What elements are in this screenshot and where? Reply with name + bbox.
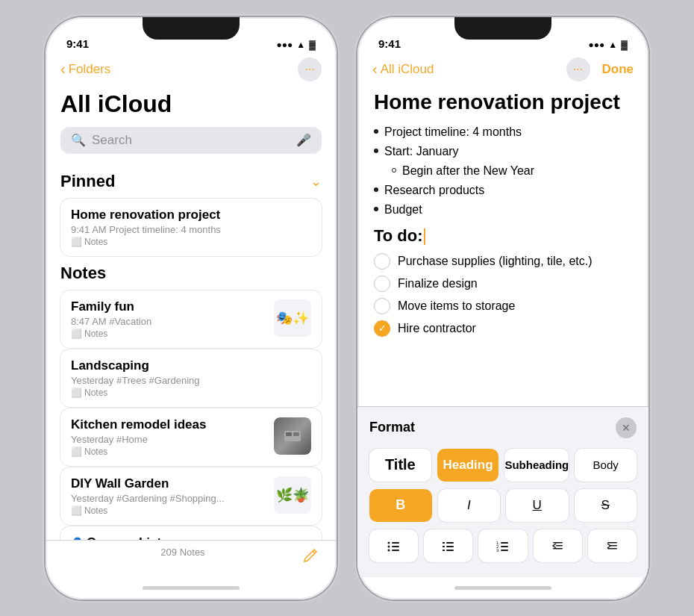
note-thumbnail: 🎭✨ [274, 299, 311, 337]
format-body-button[interactable]: Body [575, 449, 637, 482]
todo-item[interactable]: Move items to storage [374, 298, 632, 314]
pinned-section-header: Pinned ⌄ [60, 166, 322, 199]
more-icon: ··· [304, 63, 314, 76]
list-item[interactable]: 👤 Grocery List Yesterday #Grocery ⬜ Note… [60, 526, 322, 540]
folder-name: Notes [84, 237, 107, 247]
list-item[interactable]: Landscaping Yesterday #Trees #Gardening … [60, 349, 322, 407]
left-phone: 9:41 ●●● ▲ ▓ ‹ Folders ··· All iCloud 🔍 … [46, 17, 337, 600]
back-chevron-icon: ‹ [60, 60, 66, 78]
bullet-list: Project timeline: 4 months Start: Januar… [374, 123, 632, 219]
format-indent-increase-button[interactable] [588, 529, 637, 562]
search-input[interactable]: Search [92, 133, 290, 148]
todo-text: Move items to storage [398, 299, 515, 313]
todo-checkbox[interactable] [374, 276, 390, 292]
svg-rect-20 [501, 550, 508, 551]
done-button[interactable]: Done [602, 62, 634, 77]
note-title: Kitchen remodel ideas [71, 417, 266, 432]
format-numbered-list-button[interactable]: 1. 2. 3. [478, 529, 527, 562]
note-body: Project timeline: 4 months Start: Januar… [357, 123, 648, 406]
compose-button[interactable] [302, 547, 319, 567]
bullet-text: Research products [384, 181, 484, 199]
format-italic-button[interactable]: I [438, 489, 501, 522]
format-header: Format ✕ [369, 417, 637, 438]
more-options-button[interactable]: ··· [298, 57, 322, 81]
style-format-row: Title Heading Subheading Body [369, 449, 637, 482]
svg-rect-2 [293, 432, 299, 436]
note-info: Kitchen remodel ideas Yesterday #Home ⬜ … [71, 417, 266, 457]
todo-item[interactable]: ✓ Hire contractor [374, 320, 632, 337]
bottom-bar-left: 209 Notes [46, 540, 337, 577]
note-info: DIY Wall Garden Yesterday #Gardening #Sh… [71, 476, 266, 516]
more-options-button-right[interactable]: ··· [566, 57, 590, 81]
svg-rect-16 [501, 542, 508, 544]
svg-rect-21 [553, 542, 563, 544]
wifi-icon: ▲ [296, 40, 305, 50]
svg-text:3.: 3. [496, 548, 500, 553]
folder-icon: ⬜ [71, 237, 82, 247]
format-indent-decrease-button[interactable] [534, 529, 582, 562]
list-item[interactable]: DIY Wall Garden Yesterday #Gardening #Sh… [60, 467, 322, 525]
note-thumbnail [274, 417, 311, 455]
format-title-button[interactable]: Title [369, 449, 431, 482]
note-title: Home renovation project [71, 208, 311, 223]
svg-rect-24 [607, 542, 617, 544]
microphone-icon[interactable]: 🎤 [296, 133, 311, 147]
notes-count: 209 Notes [63, 547, 302, 558]
dash-list-icon [441, 538, 456, 553]
note-title: DIY Wall Garden [71, 476, 266, 491]
folders-back-button[interactable]: ‹ Folders [60, 60, 110, 78]
folder-icon: ⬜ [71, 329, 82, 339]
left-nav: ‹ Folders ··· [46, 55, 337, 87]
all-icloud-back-button[interactable]: ‹ All iCloud [372, 60, 434, 78]
svg-rect-1 [286, 432, 292, 436]
note-folder: ⬜ Notes [71, 505, 266, 516]
todo-checkbox-checked[interactable]: ✓ [374, 320, 390, 337]
note-meta: Yesterday #Gardening #Shopping... [71, 493, 266, 504]
list-item[interactable]: Family fun 8:47 AM #Vacation ⬜ Notes 🎭✨ [60, 290, 322, 348]
note-thumbnail: 🌿🪴 [274, 476, 311, 514]
search-bar[interactable]: 🔍 Search 🎤 [60, 127, 322, 154]
format-heading-button[interactable]: Heading [437, 449, 499, 482]
format-underline-button[interactable]: U [506, 489, 569, 522]
svg-rect-8 [392, 550, 399, 551]
home-indicator-left [46, 577, 337, 600]
format-subheading-button[interactable]: Subheading [504, 449, 569, 482]
svg-point-3 [387, 541, 390, 544]
svg-rect-4 [392, 542, 399, 544]
svg-point-7 [387, 549, 390, 551]
format-strikethrough-button[interactable]: S [575, 489, 637, 522]
todo-item[interactable]: Finalize design [374, 276, 632, 292]
home-bar [143, 586, 240, 590]
svg-rect-11 [443, 546, 445, 547]
note-info: Landscaping Yesterday #Trees #Gardening … [71, 358, 311, 398]
home-bar-right [454, 586, 551, 590]
wifi-icon-right: ▲ [608, 40, 617, 50]
svg-rect-6 [392, 546, 399, 547]
indent-increase-icon [604, 538, 619, 553]
note-meta: 9:41 AM Project timeline: 4 months [71, 224, 311, 235]
bullet-text: Budget [384, 201, 422, 219]
todo-checkbox[interactable] [374, 298, 390, 314]
note-info: Home renovation project 9:41 AM Project … [71, 208, 311, 247]
battery-icon: ▓ [309, 40, 316, 50]
list-item[interactable]: Kitchen remodel ideas Yesterday #Home ⬜ … [60, 408, 322, 466]
todo-checkbox[interactable] [374, 253, 390, 270]
format-title: Format [369, 420, 415, 435]
todo-text: Purchase supplies (lighting, tile, etc.) [398, 255, 593, 268]
svg-rect-23 [553, 548, 563, 550]
note-folder: ⬜ Notes [71, 388, 311, 398]
format-close-button[interactable]: ✕ [616, 417, 637, 438]
format-dash-list-button[interactable] [424, 529, 472, 562]
note-folder: ⬜ Notes [71, 447, 266, 457]
collapse-icon[interactable]: ⌄ [310, 173, 322, 190]
left-phone-content: ‹ Folders ··· All iCloud 🔍 Search 🎤 Pinn… [46, 55, 337, 600]
back-label: Folders [69, 62, 111, 77]
todo-item[interactable]: Purchase supplies (lighting, tile, etc.) [374, 253, 632, 270]
cursor [424, 228, 425, 245]
list-item[interactable]: Home renovation project 9:41 AM Project … [60, 199, 322, 256]
format-bold-button[interactable]: B [369, 489, 432, 522]
note-folder: ⬜ Notes [71, 329, 266, 339]
format-bullet-list-button[interactable] [369, 529, 418, 562]
bullet-list-icon [387, 538, 401, 553]
folder-name: Notes [84, 447, 107, 457]
